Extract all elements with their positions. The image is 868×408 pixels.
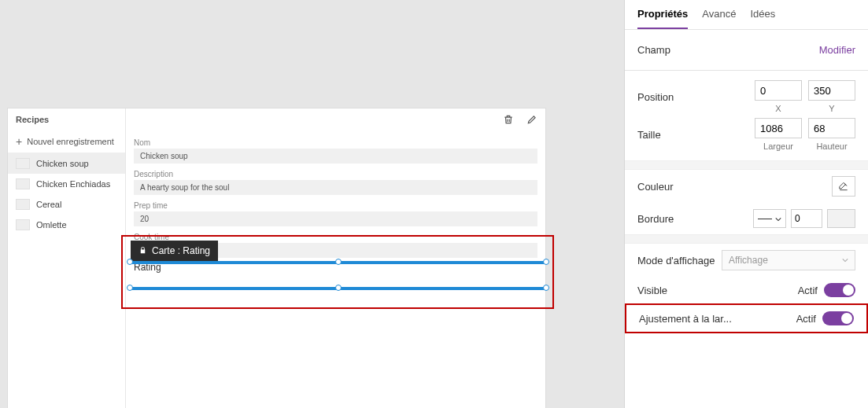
field-label: Prep time bbox=[134, 201, 537, 210]
new-record-button[interactable]: + Nouvel enregistrement bbox=[8, 130, 125, 153]
color-row: Couleur bbox=[625, 170, 868, 203]
app-preview-canvas: Recipes + Nouvel enregistrement Chicken … bbox=[8, 108, 545, 408]
field-value: Chicken soup bbox=[134, 149, 537, 164]
border-style-select[interactable] bbox=[753, 209, 786, 228]
lock-icon bbox=[139, 246, 147, 256]
color-label: Couleur bbox=[637, 181, 674, 193]
selection-edge-bottom[interactable] bbox=[129, 287, 545, 290]
gallery-item-label: Cereal bbox=[36, 200, 61, 209]
field-row: Champ Modifier bbox=[625, 30, 868, 71]
display-mode-row: Mode d'affichage Affichage bbox=[625, 244, 868, 277]
width-sub: Largeur bbox=[763, 142, 793, 151]
gallery-item[interactable]: Omlette bbox=[8, 215, 125, 235]
position-y-input[interactable] bbox=[808, 80, 855, 101]
thumbnail bbox=[16, 219, 30, 230]
tab-properties[interactable]: Propriétés bbox=[637, 8, 688, 29]
thumbnail bbox=[16, 199, 30, 210]
position-y-sub: Y bbox=[829, 104, 834, 113]
border-label: Bordure bbox=[637, 213, 674, 225]
gallery-item-label: Omlette bbox=[36, 220, 67, 230]
tab-advanced[interactable]: Avancé bbox=[702, 8, 736, 29]
size-label: Taille bbox=[637, 129, 661, 141]
delete-icon[interactable] bbox=[503, 114, 514, 127]
snap-width-label: Ajustement à la lar... bbox=[639, 313, 732, 325]
visible-row: Visible Actif bbox=[625, 277, 868, 303]
field-label: Nom bbox=[134, 138, 537, 147]
separator bbox=[625, 160, 868, 170]
visible-label: Visible bbox=[637, 285, 667, 296]
snap-width-highlight: Ajustement à la lar... Actif bbox=[625, 303, 868, 333]
tab-ideas[interactable]: Idées bbox=[750, 8, 775, 29]
chevron-down-icon bbox=[842, 255, 848, 266]
snap-width-state-text: Actif bbox=[796, 313, 816, 325]
chevron-down-icon bbox=[775, 213, 781, 225]
color-picker-button[interactable] bbox=[832, 176, 855, 197]
modify-link[interactable]: Modifier bbox=[819, 44, 855, 56]
tooltip-text: Carte : Rating bbox=[152, 245, 210, 256]
field-label: Description bbox=[134, 170, 537, 178]
border-row: Bordure bbox=[625, 203, 868, 234]
snap-width-toggle[interactable] bbox=[822, 311, 854, 325]
display-mode-label: Mode d'affichage bbox=[637, 255, 715, 266]
rating-card-value bbox=[134, 273, 537, 284]
visible-toggle[interactable] bbox=[824, 283, 855, 297]
size-row: Taille Largeur Hauteur bbox=[625, 115, 868, 160]
gallery-title: Recipes bbox=[8, 108, 125, 130]
form-header bbox=[126, 108, 545, 132]
gallery-item[interactable]: Chicken soup bbox=[8, 153, 125, 174]
visible-state-text: Actif bbox=[798, 285, 818, 296]
thumbnail bbox=[16, 158, 30, 169]
snap-width-row: Ajustement à la lar... Actif bbox=[626, 305, 866, 332]
position-x-input[interactable] bbox=[755, 80, 802, 101]
gallery-sidebar: Recipes + Nouvel enregistrement Chicken … bbox=[8, 108, 126, 408]
gallery-item[interactable]: Chicken Enchiadas bbox=[8, 174, 125, 194]
field-value: A hearty soup for the soul bbox=[134, 180, 537, 195]
height-input[interactable] bbox=[808, 118, 855, 138]
selection-edge-top[interactable] bbox=[129, 261, 545, 264]
gallery-item-label: Chicken soup bbox=[36, 159, 89, 168]
new-record-label: Nouvel enregistrement bbox=[27, 137, 114, 146]
selection-tooltip: Carte : Rating bbox=[131, 241, 218, 261]
height-sub: Hauteur bbox=[816, 142, 847, 151]
position-row: Position X Y bbox=[625, 71, 868, 115]
properties-panel: Propriétés Avancé Idées Champ Modifier P… bbox=[624, 0, 868, 408]
display-mode-select: Affichage bbox=[722, 250, 855, 270]
separator bbox=[625, 234, 868, 244]
field-value: 20 bbox=[134, 211, 537, 226]
border-color-swatch[interactable] bbox=[827, 209, 855, 228]
position-x-sub: X bbox=[775, 104, 781, 113]
field-label: Champ bbox=[637, 44, 670, 56]
panel-tabs: Propriétés Avancé Idées bbox=[625, 0, 868, 30]
plus-icon: + bbox=[16, 135, 22, 148]
display-mode-value: Affichage bbox=[729, 255, 768, 266]
width-input[interactable] bbox=[755, 118, 802, 138]
position-label: Position bbox=[637, 91, 674, 103]
thumbnail bbox=[16, 178, 30, 189]
edit-icon[interactable] bbox=[526, 114, 537, 127]
border-width-input[interactable] bbox=[791, 209, 822, 228]
gallery-item[interactable]: Cereal bbox=[8, 194, 125, 215]
gallery-item-label: Chicken Enchiadas bbox=[36, 179, 110, 189]
